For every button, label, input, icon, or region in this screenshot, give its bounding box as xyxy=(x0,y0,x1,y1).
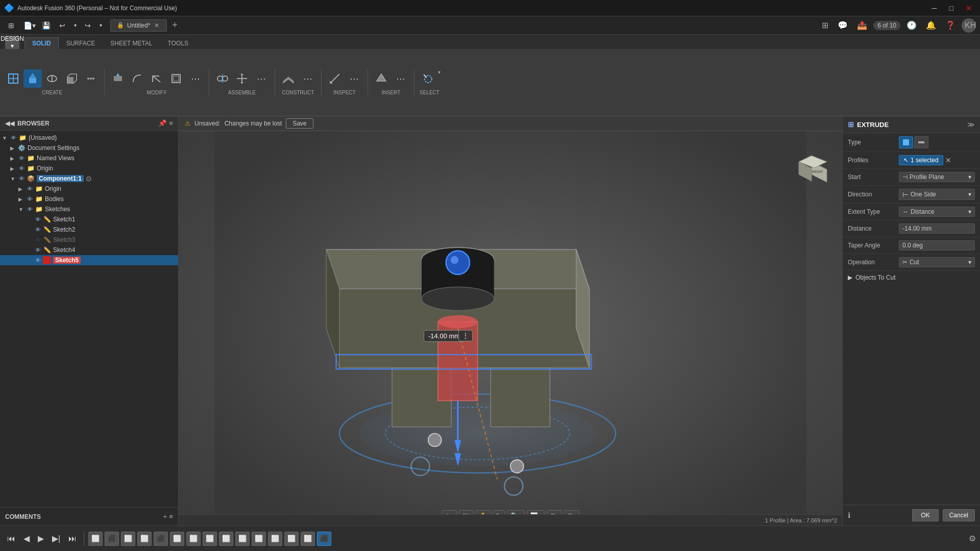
new-component-button[interactable] xyxy=(4,69,22,88)
timeline-item-13[interactable]: ⬜ xyxy=(284,532,299,546)
waffle-menu-button[interactable]: ⊞ xyxy=(4,18,18,33)
timeline-item-4[interactable]: ⬜ xyxy=(137,532,152,546)
tab-solid[interactable]: SOLID xyxy=(24,37,59,49)
tree-item-sketch5[interactable]: 👁 ✏ Sketch5 xyxy=(0,255,178,265)
extrude-expand-button[interactable]: ≫ xyxy=(967,120,975,129)
profiles-clear-button[interactable]: ✕ xyxy=(945,156,951,164)
eye-icon-bodies[interactable]: 👁 xyxy=(26,195,34,203)
more-insert-button[interactable]: ⋯ xyxy=(391,69,410,88)
taper-input[interactable] xyxy=(899,240,975,251)
clock-button[interactable]: 🕐 xyxy=(903,19,920,31)
browser-collapse-icon[interactable]: ◀◀ xyxy=(5,120,14,127)
save-changes-button[interactable]: Save xyxy=(286,118,313,129)
insert-mesh-button[interactable] xyxy=(372,69,390,88)
tree-item-sketch1[interactable]: 👁 ✏️ Sketch1 xyxy=(0,214,178,224)
timeline-next-button[interactable]: ▶| xyxy=(49,532,63,545)
eye-icon-sketch4[interactable]: 👁 xyxy=(34,246,42,254)
timeline-item-14[interactable]: ⬜ xyxy=(301,532,315,546)
undo-button[interactable]: ↩ xyxy=(55,18,69,33)
tree-item-sketch3[interactable]: 👁 ✏️ Sketch3 xyxy=(0,235,178,245)
design-button[interactable]: DESIGN ▾ xyxy=(5,36,19,49)
start-select[interactable]: ⊣Profile Plane ▾ xyxy=(899,172,975,182)
move-button[interactable] xyxy=(233,69,251,88)
tree-item-origin-child[interactable]: ▶ 👁 📁 Origin xyxy=(0,184,178,194)
comments-menu-button[interactable]: ≡ xyxy=(169,513,173,520)
tab-tools[interactable]: TOOLS xyxy=(160,37,196,49)
cancel-button[interactable]: Cancel xyxy=(943,509,975,521)
minimize-button[interactable]: ─ xyxy=(928,3,941,13)
eye-icon-sketch2[interactable]: 👁 xyxy=(34,226,42,234)
tab-surface[interactable]: SURFACE xyxy=(59,37,103,49)
viewcube[interactable]: RIGHT xyxy=(791,152,832,192)
save-button[interactable]: 💾 xyxy=(39,18,53,33)
redo-button[interactable]: ↪ xyxy=(81,18,95,33)
tree-item-component1[interactable]: ▼ 👁 📦 Component1:1 ⊙ xyxy=(0,173,178,184)
offset-plane-button[interactable] xyxy=(279,69,298,88)
file-menu-button[interactable]: 📄▾ xyxy=(22,18,37,33)
extent-type-select[interactable]: ↔Distance ▾ xyxy=(899,207,975,217)
timeline-item-6[interactable]: ⬜ xyxy=(170,532,184,546)
timeline-prev-button[interactable]: ◀ xyxy=(20,532,33,545)
timeline-item-5[interactable]: ⬛ xyxy=(154,532,168,546)
fillet-button[interactable] xyxy=(128,69,146,88)
direction-select[interactable]: ⊢One Side ▾ xyxy=(899,189,975,200)
eye-icon-origin-child[interactable]: 👁 xyxy=(26,185,34,193)
timeline-first-button[interactable]: ⏮ xyxy=(4,532,18,545)
joint-button[interactable] xyxy=(213,69,232,88)
timeline-item-11[interactable]: ⬜ xyxy=(252,532,266,546)
timeline-item-8[interactable]: ⬜ xyxy=(203,532,217,546)
browser-menu-button[interactable]: ≡ xyxy=(169,119,173,127)
objects-to-cut-row[interactable]: ▶ Objects To Cut xyxy=(843,271,980,284)
extrude-active-button[interactable] xyxy=(23,69,42,88)
eye-icon-sketch1[interactable]: 👁 xyxy=(34,215,42,223)
timeline-play-button[interactable]: ▶ xyxy=(35,532,47,545)
redo-dropdown-button[interactable]: ▾ xyxy=(97,18,104,33)
profiles-selector-button[interactable]: ↖ 1 selected xyxy=(899,155,943,165)
share-button[interactable]: 📤 xyxy=(854,19,870,31)
more-modify-button[interactable]: ⋯ xyxy=(186,69,205,88)
notifications-button[interactable]: 🔔 xyxy=(923,19,939,31)
revolve-button[interactable] xyxy=(43,69,61,88)
tree-item-unsaved[interactable]: ▼ 👁 📁 (Unsaved) xyxy=(0,133,178,143)
more-inspect-button[interactable]: ⋯ xyxy=(345,69,363,88)
timeline-item-3[interactable]: ⬜ xyxy=(121,532,135,546)
distance-input[interactable] xyxy=(899,223,975,234)
timeline-last-button[interactable]: ⏭ xyxy=(65,532,80,545)
timeline-item-1[interactable]: ⬜ xyxy=(88,532,103,546)
shell-button[interactable] xyxy=(167,69,185,88)
timeline-item-15[interactable]: ⬛ xyxy=(317,532,331,546)
undo-dropdown-button[interactable]: ▾ xyxy=(71,18,79,33)
close-button[interactable]: ✕ xyxy=(962,3,976,13)
measure-button[interactable] xyxy=(326,69,344,88)
measure-dots-button[interactable]: ⋮ xyxy=(458,330,473,341)
select-button[interactable] xyxy=(419,69,437,88)
tab-sheet-metal[interactable]: SHEET METAL xyxy=(103,37,160,49)
more-create-button[interactable] xyxy=(82,69,100,88)
press-pull-button[interactable] xyxy=(109,69,127,88)
tree-item-doc-settings[interactable]: ▶ ⚙️ Document Settings xyxy=(0,143,178,153)
timeline-settings-button[interactable]: ⚙ xyxy=(969,534,976,543)
chat-button[interactable]: 💬 xyxy=(835,19,851,31)
tab-close-button[interactable]: ✕ xyxy=(153,22,160,29)
viewport[interactable]: ⚠ Unsaved: Changes may be lost Save xyxy=(179,116,842,525)
extensions-button[interactable]: ⊞ xyxy=(819,19,831,31)
ok-button[interactable]: OK xyxy=(912,509,938,521)
comments-add-button[interactable]: + xyxy=(163,513,167,520)
help-button[interactable]: ❓ xyxy=(942,19,959,31)
maximize-button[interactable]: □ xyxy=(945,3,958,13)
eye-icon-component1[interactable]: 👁 xyxy=(17,174,26,183)
account-button[interactable]: KH xyxy=(962,18,976,33)
type-solid-button[interactable] xyxy=(899,136,913,148)
timeline-item-9[interactable]: ⬜ xyxy=(219,532,233,546)
box-button[interactable] xyxy=(62,69,81,88)
canvas-area[interactable]: -14.00 mm ⋮ xyxy=(179,131,842,525)
new-tab-button[interactable]: + xyxy=(169,20,181,31)
tree-item-origin-root[interactable]: ▶ 👁 📁 Origin xyxy=(0,163,178,173)
tree-item-named-views[interactable]: ▶ 👁 📁 Named Views xyxy=(0,153,178,163)
more-construct-button[interactable]: ⋯ xyxy=(299,69,317,88)
eye-icon-origin-root[interactable]: 👁 xyxy=(17,164,26,172)
operation-select[interactable]: ✂Cut ▾ xyxy=(899,257,975,267)
browser-pin-button[interactable]: 📌 xyxy=(158,119,167,127)
eye-icon-unsaved[interactable]: 👁 xyxy=(9,134,17,142)
timeline-item-12[interactable]: ⬜ xyxy=(268,532,282,546)
